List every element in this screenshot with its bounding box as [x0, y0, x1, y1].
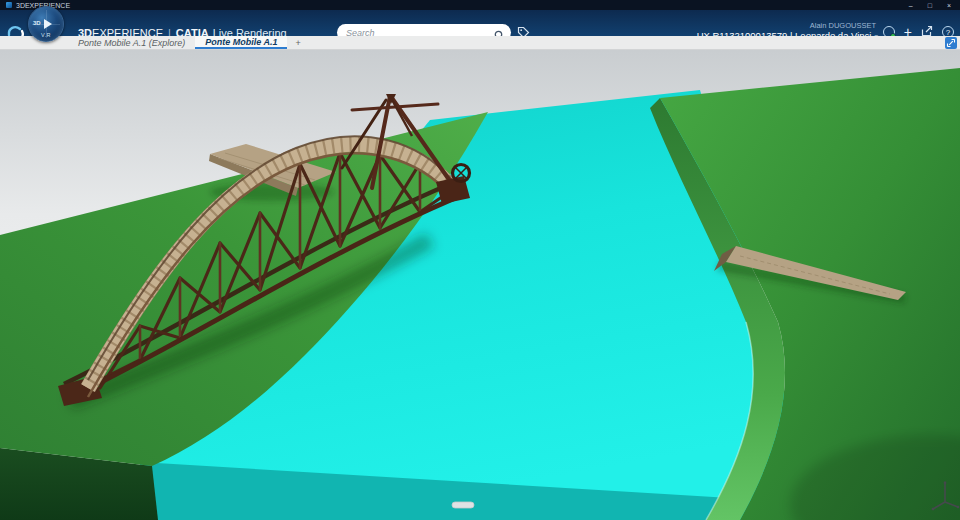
new-tab-button[interactable]: + [287, 36, 308, 49]
3d-viewport[interactable] [0, 50, 960, 520]
play-icon[interactable] [44, 19, 52, 29]
3dexperience-compass[interactable]: 3D V.R [28, 6, 64, 42]
maximize-button[interactable]: □ [928, 2, 932, 9]
window-titlebar: 3DEXPERIENCE – □ × [0, 0, 960, 10]
compass-3d-label: 3D [33, 20, 41, 26]
viewport-3d-scene[interactable] [0, 50, 960, 520]
compass-vr-label: V.R [29, 32, 63, 38]
window-app-icon [6, 2, 12, 8]
application-window: 3DEXPERIENCE – □ × 3DEXPERIENCE|CATIALiv… [0, 0, 960, 520]
user-name: Alain DUGOUSSET [810, 21, 876, 30]
tab-ponte-mobile-active[interactable]: Ponte Mobile A.1 [195, 36, 287, 49]
expand-viewport-button[interactable] [945, 37, 957, 49]
app-header: 3DEXPERIENCE|CATIALive Rendering Alain D… [0, 10, 960, 36]
close-button[interactable]: × [947, 2, 951, 9]
nav-pill[interactable] [452, 502, 474, 508]
tab-ponte-mobile-explore[interactable]: Ponte Mobile A.1 (Explore) [68, 36, 195, 49]
document-tabbar: Ponte Mobile A.1 (Explore) Ponte Mobile … [0, 36, 960, 50]
minimize-button[interactable]: – [909, 2, 913, 9]
